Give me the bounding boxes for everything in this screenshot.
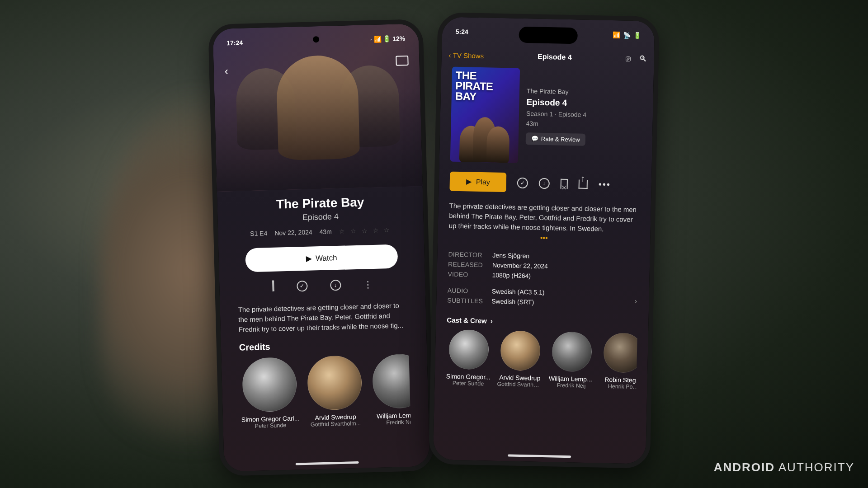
bookmark-icon[interactable] [560, 178, 567, 188]
comment-icon: 💬 [531, 135, 538, 142]
cast-card[interactable]: Simon Gregor Carl... Peter Sunde [239, 357, 300, 430]
expand-description[interactable]: ••• [448, 232, 639, 244]
cast-row[interactable]: Simon Gregor... Peter Sunde Arvid Swedru… [445, 329, 637, 390]
avatar [307, 355, 362, 411]
avatar [372, 354, 410, 409]
duration: 43m [319, 228, 332, 235]
more-icon[interactable]: ••• [598, 179, 610, 190]
episode-description: The private detectives are getting close… [448, 201, 640, 235]
episode-title: Episode 4 [236, 210, 405, 224]
more-icon[interactable]: ⋮ [363, 279, 373, 290]
cast-role: Fredrik Neij [371, 418, 410, 426]
cast-card[interactable]: Willjam Lempling Fredrik Neij [369, 354, 410, 426]
cast-crew-header[interactable]: Cast & Crew › [447, 316, 637, 328]
watched-icon[interactable]: ✓ [517, 177, 528, 188]
status-indicators: ◦ 📶 🔋 12% [369, 35, 405, 43]
play-icon: ▶ [466, 177, 471, 186]
season-episode: S1 E4 [250, 230, 268, 237]
play-button[interactable]: ▶ Play [449, 172, 506, 192]
share-icon[interactable] [578, 179, 587, 188]
watermark: ANDROID AUTHORITY [714, 460, 854, 474]
cast-card[interactable]: Simon Gregor... Peter Sunde [445, 329, 492, 387]
home-indicator[interactable] [508, 454, 571, 458]
episode-meta: Season 1 · Episode 4 [526, 110, 642, 119]
poster-title-text: THEPIRATEBAY [455, 70, 493, 102]
cast-role: Henrik Po... [600, 383, 637, 390]
search-icon[interactable]: 🔍︎ [638, 54, 646, 64]
play-icon: ▶ [306, 254, 312, 263]
rate-review-button[interactable]: 💬 Rate & Review [525, 132, 585, 146]
details-expand-chevron[interactable]: › [634, 296, 637, 306]
cast-crew-label: Cast & Crew [447, 316, 487, 325]
chevron-right-icon: › [490, 317, 492, 325]
cast-role: Fredrik Neij [548, 382, 594, 389]
cast-card[interactable]: Arvid Swedrup Gottfrid Svartholm Warg [497, 330, 543, 388]
cast-role: Peter Sunde [445, 380, 491, 387]
watched-icon[interactable]: ✓ [296, 281, 307, 292]
cast-role: Peter Sunde [241, 422, 300, 430]
avatar [552, 332, 592, 372]
status-time: 17:24 [226, 39, 243, 47]
poster-image[interactable]: THEPIRATEBAY [450, 67, 519, 163]
meta-row: S1 E4 Nov 22, 2024 43m ☆ ☆ ☆ ☆ ☆ [236, 226, 406, 238]
watch-button[interactable]: ▶ Watch [245, 244, 398, 272]
back-button[interactable]: ‹ TV Shows [448, 51, 484, 60]
rate-label: Rate & Review [541, 135, 580, 143]
cast-row[interactable]: Simon Gregor Carl... Peter Sunde Arvid S… [239, 354, 410, 430]
cast-card[interactable]: Robin Steg... Henrik Po... [600, 333, 637, 390]
watch-label: Watch [315, 253, 337, 263]
show-title: The Pirate Bay [235, 194, 405, 213]
bookmark-icon[interactable] [272, 282, 274, 292]
cast-icon[interactable] [396, 56, 409, 66]
avatar [448, 329, 489, 370]
left-phone: 17:24 ◦ 📶 🔋 12% ‹ The Pirate Bay Episode… [208, 19, 434, 476]
episode-name: Episode 4 [526, 97, 642, 109]
battery-icon: 🔋 [633, 32, 641, 39]
nav-title: Episode 4 [483, 52, 625, 63]
avatar [603, 333, 637, 373]
home-indicator[interactable] [295, 461, 359, 465]
cast-role: Gottfrid Svartholm... [306, 420, 365, 428]
play-label: Play [476, 178, 490, 186]
show-name: The Pirate Bay [526, 87, 642, 97]
status-indicators: 📶 📡 🔋 [612, 31, 641, 39]
details-grid: DIRECTORJens Sjögren RELEASEDNovember 22… [447, 249, 639, 310]
download-icon[interactable]: ↓ [330, 280, 341, 291]
back-button[interactable]: ‹ [224, 65, 228, 77]
right-phone: 5:24 📶 📡 🔋 ‹ TV Shows Episode 4 ⎚ 🔍︎ THE… [428, 12, 659, 469]
back-label: TV Shows [453, 51, 484, 59]
rating-stars[interactable]: ☆ ☆ ☆ ☆ ☆ [339, 226, 392, 235]
credits-header: Credits [239, 338, 408, 353]
download-icon[interactable]: ↓ [538, 178, 549, 188]
cast-icon[interactable]: ⎚ [625, 54, 630, 63]
duration: 43m [526, 120, 642, 129]
episode-description: The private detectives are getting close… [238, 300, 408, 334]
cast-card[interactable]: Arvid Swedrup Gottfrid Svartholm... [304, 355, 365, 428]
avatar [241, 357, 297, 413]
wifi-icon: 📡 [623, 32, 630, 39]
air-date: Nov 22, 2024 [274, 229, 312, 237]
avatar [500, 330, 541, 371]
status-time: 5:24 [455, 28, 468, 36]
cast-role: Gottfrid Svartholm Warg [497, 381, 542, 388]
cast-card[interactable]: Willjam Lempling Fredrik Neij [548, 332, 595, 389]
signal-icon: 📶 [612, 31, 620, 38]
chevron-left-icon: ‹ [448, 51, 451, 59]
